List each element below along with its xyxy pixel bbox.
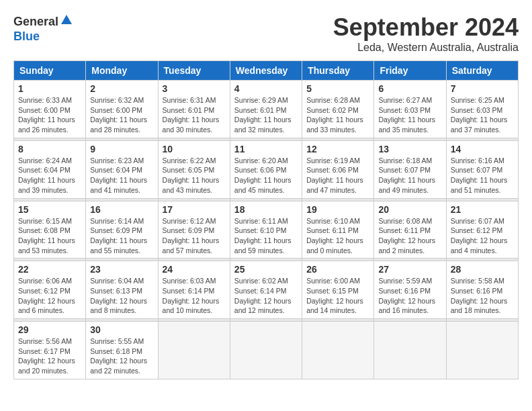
day-number: 8 (18, 144, 81, 154)
table-row: 11Sunrise: 6:20 AM Sunset: 6:06 PM Dayli… (230, 140, 302, 198)
day-number: 5 (306, 83, 369, 94)
day-info: Sunrise: 6:32 AM Sunset: 6:00 PM Dayligh… (90, 95, 153, 135)
day-info: Sunrise: 6:20 AM Sunset: 6:06 PM Dayligh… (234, 156, 298, 195)
day-number: 11 (234, 144, 298, 154)
day-number: 14 (451, 144, 514, 154)
day-number: 25 (234, 264, 298, 275)
day-number: 12 (306, 144, 369, 154)
logo-blue-text: Blue (13, 30, 40, 44)
day-info: Sunrise: 6:27 AM Sunset: 6:03 PM Dayligh… (378, 95, 441, 135)
day-number: 30 (90, 324, 153, 335)
day-number: 21 (451, 204, 514, 215)
table-row: 9Sunrise: 6:23 AM Sunset: 6:04 PM Daylig… (86, 140, 158, 198)
table-row: 10Sunrise: 6:22 AM Sunset: 6:05 PM Dayli… (158, 140, 230, 198)
day-number: 26 (306, 264, 369, 275)
calendar-table: Sunday Monday Tuesday Wednesday Thursday… (13, 60, 519, 379)
day-number: 23 (90, 264, 153, 275)
header-friday: Friday (374, 61, 446, 81)
header-monday: Monday (86, 61, 158, 81)
table-row: 13Sunrise: 6:18 AM Sunset: 6:07 PM Dayli… (374, 140, 446, 198)
table-row: 23Sunrise: 6:04 AM Sunset: 6:13 PM Dayli… (86, 261, 158, 319)
table-row: 1Sunrise: 6:33 AM Sunset: 6:00 PM Daylig… (14, 81, 86, 138)
table-row: 6Sunrise: 6:27 AM Sunset: 6:03 PM Daylig… (374, 81, 446, 138)
day-info: Sunrise: 6:15 AM Sunset: 6:08 PM Dayligh… (18, 216, 81, 256)
header-tuesday: Tuesday (158, 61, 230, 81)
day-info: Sunrise: 6:23 AM Sunset: 6:04 PM Dayligh… (90, 156, 153, 195)
day-info: Sunrise: 5:58 AM Sunset: 6:16 PM Dayligh… (451, 276, 514, 316)
day-info: Sunrise: 6:02 AM Sunset: 6:14 PM Dayligh… (234, 276, 298, 316)
logo-general-text: General (13, 15, 58, 29)
table-row: 19Sunrise: 6:10 AM Sunset: 6:11 PM Dayli… (302, 201, 374, 259)
day-info: Sunrise: 6:19 AM Sunset: 6:06 PM Dayligh… (306, 156, 369, 195)
table-row: 2Sunrise: 6:32 AM Sunset: 6:00 PM Daylig… (86, 81, 158, 138)
day-number: 17 (163, 204, 226, 215)
day-info: Sunrise: 6:07 AM Sunset: 6:12 PM Dayligh… (451, 216, 514, 256)
day-info: Sunrise: 6:25 AM Sunset: 6:03 PM Dayligh… (451, 95, 514, 135)
table-row (302, 322, 374, 379)
day-number: 10 (163, 144, 226, 154)
day-number: 13 (378, 144, 441, 154)
table-row: 4Sunrise: 6:29 AM Sunset: 6:01 PM Daylig… (230, 81, 302, 138)
table-row: 20Sunrise: 6:08 AM Sunset: 6:11 PM Dayli… (374, 201, 446, 259)
day-info: Sunrise: 6:04 AM Sunset: 6:13 PM Dayligh… (90, 276, 153, 316)
calendar-week-row: 22Sunrise: 6:06 AM Sunset: 6:12 PM Dayli… (14, 261, 519, 319)
table-row: 29Sunrise: 5:56 AM Sunset: 6:17 PM Dayli… (14, 322, 86, 379)
day-number: 2 (90, 83, 153, 94)
day-info: Sunrise: 6:31 AM Sunset: 6:01 PM Dayligh… (163, 95, 226, 135)
table-row: 17Sunrise: 6:12 AM Sunset: 6:09 PM Dayli… (158, 201, 230, 259)
day-info: Sunrise: 5:55 AM Sunset: 6:18 PM Dayligh… (90, 336, 153, 376)
table-row: 21Sunrise: 6:07 AM Sunset: 6:12 PM Dayli… (446, 201, 518, 259)
calendar-title: September 2024 (333, 13, 519, 42)
table-row: 16Sunrise: 6:14 AM Sunset: 6:09 PM Dayli… (86, 201, 158, 259)
day-number: 1 (18, 83, 81, 94)
day-number: 24 (163, 264, 226, 275)
title-section: September 2024 Leda, Western Australia, … (333, 13, 519, 54)
table-row: 7Sunrise: 6:25 AM Sunset: 6:03 PM Daylig… (446, 81, 518, 138)
table-row: 18Sunrise: 6:11 AM Sunset: 6:10 PM Dayli… (230, 201, 302, 259)
table-row: 8Sunrise: 6:24 AM Sunset: 6:04 PM Daylig… (14, 140, 86, 198)
logo-icon (60, 13, 73, 27)
table-row: 30Sunrise: 5:55 AM Sunset: 6:18 PM Dayli… (86, 322, 158, 379)
table-row: 12Sunrise: 6:19 AM Sunset: 6:06 PM Dayli… (302, 140, 374, 198)
day-number: 3 (163, 83, 226, 94)
day-info: Sunrise: 6:33 AM Sunset: 6:00 PM Dayligh… (18, 95, 81, 135)
day-info: Sunrise: 6:29 AM Sunset: 6:01 PM Dayligh… (234, 95, 298, 135)
day-info: Sunrise: 6:03 AM Sunset: 6:14 PM Dayligh… (163, 276, 226, 316)
header-thursday: Thursday (302, 61, 374, 81)
table-row: 22Sunrise: 6:06 AM Sunset: 6:12 PM Dayli… (14, 261, 86, 319)
day-info: Sunrise: 6:24 AM Sunset: 6:04 PM Dayligh… (18, 156, 81, 195)
logo: General Blue (13, 13, 73, 44)
day-info: Sunrise: 6:11 AM Sunset: 6:10 PM Dayligh… (234, 216, 298, 256)
day-number: 19 (306, 204, 369, 215)
day-info: Sunrise: 6:00 AM Sunset: 6:15 PM Dayligh… (306, 276, 369, 316)
table-row: 25Sunrise: 6:02 AM Sunset: 6:14 PM Dayli… (230, 261, 302, 319)
day-number: 7 (451, 83, 514, 94)
table-row (230, 322, 302, 379)
table-row (446, 322, 518, 379)
table-row: 27Sunrise: 5:59 AM Sunset: 6:16 PM Dayli… (374, 261, 446, 319)
day-number: 20 (378, 204, 441, 215)
day-info: Sunrise: 6:18 AM Sunset: 6:07 PM Dayligh… (378, 156, 441, 195)
day-number: 18 (234, 204, 298, 215)
table-row (374, 322, 446, 379)
header-saturday: Saturday (446, 61, 518, 81)
table-row: 3Sunrise: 6:31 AM Sunset: 6:01 PM Daylig… (158, 81, 230, 138)
day-info: Sunrise: 6:10 AM Sunset: 6:11 PM Dayligh… (306, 216, 369, 256)
day-number: 6 (378, 83, 441, 94)
day-info: Sunrise: 5:56 AM Sunset: 6:17 PM Dayligh… (18, 336, 81, 376)
calendar-week-row: 1Sunrise: 6:33 AM Sunset: 6:00 PM Daylig… (14, 81, 519, 138)
header-wednesday: Wednesday (230, 61, 302, 81)
calendar-header-row: Sunday Monday Tuesday Wednesday Thursday… (14, 61, 519, 81)
day-number: 28 (451, 264, 514, 275)
day-info: Sunrise: 6:28 AM Sunset: 6:02 PM Dayligh… (306, 95, 369, 135)
day-number: 4 (234, 83, 298, 94)
calendar-week-row: 15Sunrise: 6:15 AM Sunset: 6:08 PM Dayli… (14, 201, 519, 259)
table-row: 24Sunrise: 6:03 AM Sunset: 6:14 PM Dayli… (158, 261, 230, 319)
table-row: 14Sunrise: 6:16 AM Sunset: 6:07 PM Dayli… (446, 140, 518, 198)
day-number: 16 (90, 204, 153, 215)
day-info: Sunrise: 6:16 AM Sunset: 6:07 PM Dayligh… (451, 156, 514, 195)
calendar-subtitle: Leda, Western Australia, Australia (333, 42, 519, 54)
calendar-week-row: 8Sunrise: 6:24 AM Sunset: 6:04 PM Daylig… (14, 140, 519, 198)
day-info: Sunrise: 5:59 AM Sunset: 6:16 PM Dayligh… (378, 276, 441, 316)
day-info: Sunrise: 6:14 AM Sunset: 6:09 PM Dayligh… (90, 216, 153, 256)
